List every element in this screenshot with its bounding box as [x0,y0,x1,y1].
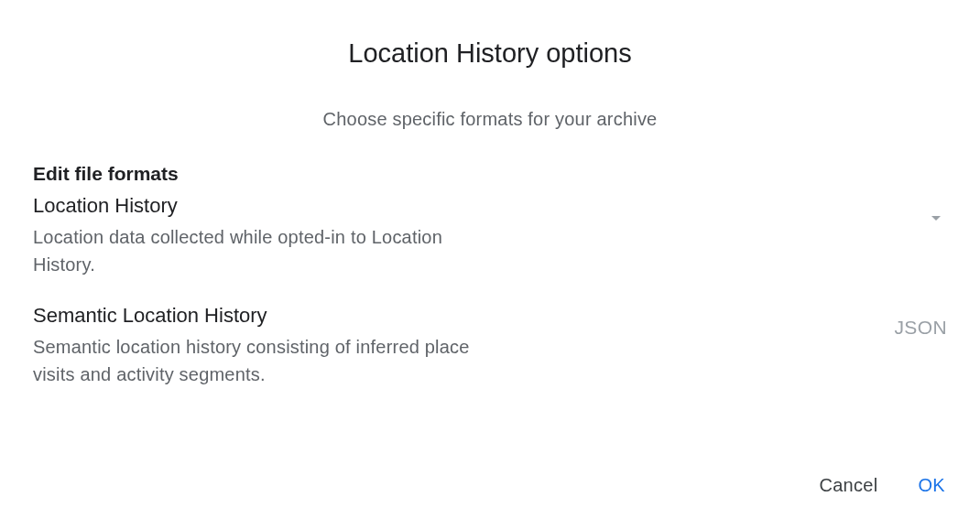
format-right [925,194,947,229]
ok-button[interactable]: OK [917,469,948,502]
format-description: Location data collected while opted-in t… [33,223,509,278]
chevron-down-icon[interactable] [925,207,947,229]
format-title: Semantic Location History [33,304,509,328]
format-value: JSON [894,317,947,339]
format-left: Semantic Location History Semantic locat… [33,304,509,388]
format-row-semantic-location-history[interactable]: Semantic Location History Semantic locat… [33,304,947,388]
dialog: Location History options Choose specific… [0,0,980,441]
cancel-button[interactable]: Cancel [817,469,879,502]
dialog-actions: Cancel OK [817,469,947,502]
format-right: JSON [894,304,947,339]
dialog-title: Location History options [33,38,947,69]
dialog-subtitle: Choose specific formats for your archive [33,109,947,130]
format-description: Semantic location history consisting of … [33,333,509,388]
format-row-location-history[interactable]: Location History Location data collected… [33,194,947,278]
format-title: Location History [33,194,509,218]
section-header: Edit file formats [33,163,947,185]
format-left: Location History Location data collected… [33,194,509,278]
